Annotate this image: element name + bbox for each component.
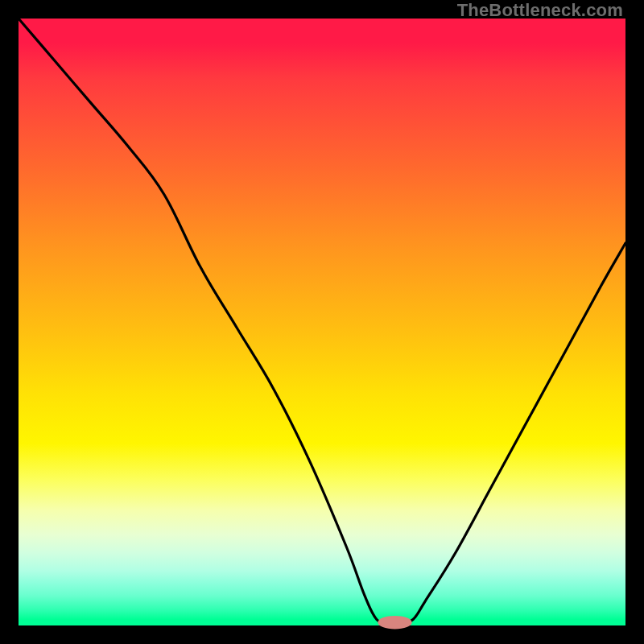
- optimal-marker: [378, 616, 411, 630]
- watermark-text: TheBottleneck.com: [457, 0, 623, 21]
- chart-svg: [19, 19, 625, 625]
- bottleneck-curve: [19, 19, 625, 623]
- chart-frame: TheBottleneck.com: [0, 0, 644, 644]
